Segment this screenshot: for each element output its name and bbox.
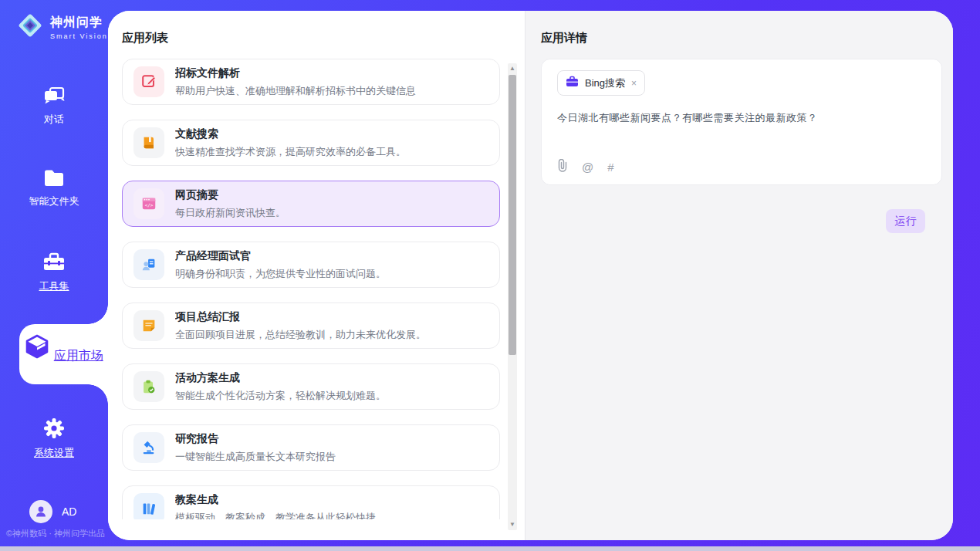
app-name: 文献搜索 — [175, 127, 406, 141]
app-list-panel: 应用列表 招标文件解析 帮助用户快速、准确地理解和解析招标书中的关键信息 — [108, 11, 525, 540]
hashtag-icon[interactable]: # — [607, 161, 613, 174]
sidebar-item-toolset[interactable]: 工具集 — [0, 252, 108, 293]
avatar — [29, 500, 52, 523]
note-icon — [133, 310, 164, 341]
gear-icon — [42, 417, 66, 438]
app-card-bid-analysis[interactable]: 招标文件解析 帮助用户快速、准确地理解和解析招标书中的关键信息 — [122, 59, 500, 105]
folder-icon — [42, 168, 66, 190]
user-account[interactable]: AD — [29, 500, 76, 523]
app-card-lesson-plan[interactable]: 教案生成 模板驱动，教案秒成，教学准备从此轻松快捷 — [122, 485, 500, 519]
chat-icon — [42, 85, 66, 106]
web-page-icon: </> — [133, 188, 164, 219]
app-desc: 快速精准查找学术资源，提高研究效率的必备工具。 — [175, 145, 406, 159]
app-name: 网页摘要 — [175, 188, 286, 202]
app-list-title: 应用列表 — [122, 31, 525, 46]
copyright-text: ©神州数码 · 神州问学出品 — [6, 528, 114, 539]
run-button[interactable]: 运行 — [886, 209, 925, 233]
app-name: 项目总结汇报 — [175, 310, 426, 324]
app-desc: 每日政府新闻资讯快查。 — [175, 206, 286, 220]
edit-document-icon — [133, 66, 164, 97]
sidebar-item-label: 对话 — [0, 113, 108, 127]
app-desc: 智能生成个性化活动方案，轻松解决规划难题。 — [175, 389, 386, 403]
sidebar-item-smart-folder[interactable]: 智能文件夹 — [0, 168, 108, 208]
sidebar-item-settings[interactable]: 系统设置 — [0, 417, 108, 460]
app-card-project-summary[interactable]: 项目总结汇报 全面回顾项目进展，总结经验教训，助力未来优化发展。 — [122, 303, 500, 349]
book-icon — [133, 127, 164, 158]
sidebar-item-label: 系统设置 — [0, 446, 108, 460]
brand-name: 神州问学 — [50, 15, 103, 29]
brand-logo: 神州问学 Smart Vision — [15, 11, 108, 43]
app-name: 研究报告 — [175, 432, 336, 446]
brand-subtitle: Smart Vision — [50, 32, 108, 40]
app-card-pm-interviewer[interactable]: 产品经理面试官 明确身份和职责，为您提供专业性的面试问题。 — [122, 242, 500, 288]
microscope-icon — [133, 432, 164, 463]
app-list-scrollbar[interactable]: ▲ ▼ — [508, 63, 517, 530]
query-text[interactable]: 今日湖北有哪些新闻要点？有哪些需要关注的最新政策？ — [557, 111, 926, 125]
svg-text:</>: </> — [145, 202, 154, 208]
attachment-icon[interactable] — [557, 159, 568, 175]
brand-diamond-icon — [15, 11, 45, 43]
app-name: 教案生成 — [175, 493, 376, 507]
window-bottom-edge — [0, 546, 980, 551]
books-icon — [133, 493, 164, 519]
tool-tag-label: Bing搜索 — [585, 76, 625, 90]
app-desc: 一键智能生成高质量长文本研究报告 — [175, 450, 336, 464]
app-card-literature-search[interactable]: 文献搜索 快速精准查找学术资源，提高研究效率的必备工具。 — [122, 120, 500, 166]
user-initials: AD — [62, 505, 76, 518]
scroll-down-icon[interactable]: ▼ — [508, 519, 517, 530]
app-list: 招标文件解析 帮助用户快速、准确地理解和解析招标书中的关键信息 文献搜索 快速精… — [122, 59, 502, 519]
close-icon[interactable]: × — [631, 78, 637, 89]
main-container: 应用列表 招标文件解析 帮助用户快速、准确地理解和解析招标书中的关键信息 — [108, 11, 953, 540]
scrollbar-thumb[interactable] — [509, 75, 516, 355]
mention-icon[interactable]: @ — [582, 161, 593, 174]
app-name: 活动方案生成 — [175, 371, 386, 385]
sidebar-item-label: 应用市场 — [54, 349, 103, 362]
app-name: 招标文件解析 — [175, 66, 416, 80]
app-desc: 帮助用户快速、准确地理解和解析招标书中的关键信息 — [175, 84, 416, 98]
sidebar-item-app-market[interactable]: 应用市场 — [19, 324, 108, 384]
clipboard-check-icon — [133, 371, 164, 402]
cube-icon — [24, 349, 53, 362]
app-card-event-plan[interactable]: 活动方案生成 智能生成个性化活动方案，轻松解决规划难题。 — [122, 363, 500, 410]
prompt-card[interactable]: Bing搜索 × 今日湖北有哪些新闻要点？有哪些需要关注的最新政策？ @ # — [541, 59, 942, 185]
interviewer-icon — [133, 249, 164, 280]
app-name: 产品经理面试官 — [175, 249, 386, 263]
app-desc: 明确身份和职责，为您提供专业性的面试问题。 — [175, 267, 386, 281]
app-desc: 模板驱动，教案秒成，教学准备从此轻松快捷 — [175, 511, 376, 520]
app-desc: 全面回顾项目进展，总结经验教训，助力未来优化发展。 — [175, 328, 426, 342]
app-card-web-summary[interactable]: </> 网页摘要 每日政府新闻资讯快查。 — [122, 181, 500, 227]
scroll-up-icon[interactable]: ▲ — [508, 63, 517, 74]
sidebar-item-label: 工具集 — [0, 279, 108, 293]
briefcase-icon — [566, 76, 579, 90]
app-detail-panel: 应用详情 Bing搜索 × 今日湖北有哪些新闻要点？有哪些需要关注的最新政策？ — [525, 11, 953, 540]
toolbox-icon — [42, 252, 66, 273]
sidebar: 神州问学 Smart Vision 对话 智能文件夹 — [0, 0, 108, 551]
sidebar-item-chat[interactable]: 对话 — [0, 85, 108, 127]
app-detail-title: 应用详情 — [541, 31, 942, 46]
app-card-research-report[interactable]: 研究报告 一键智能生成高质量长文本研究报告 — [122, 424, 500, 471]
tool-tag-bing-search[interactable]: Bing搜索 × — [557, 70, 645, 96]
sidebar-item-label: 智能文件夹 — [0, 194, 108, 208]
